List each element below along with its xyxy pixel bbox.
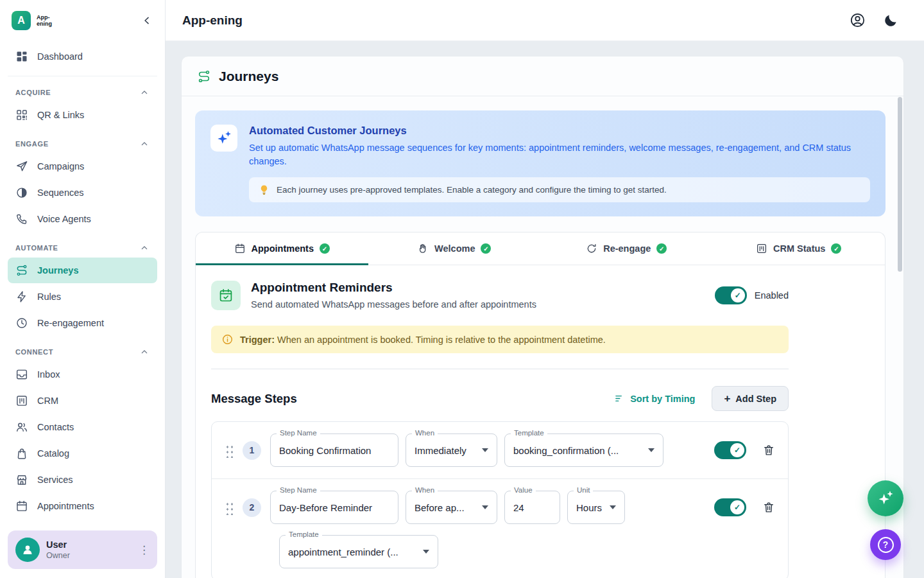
sidebar-item-label: Voice Agents [37, 214, 91, 224]
step-name-input[interactable] [279, 502, 389, 513]
template-select[interactable]: Template appointment_reminder (... [279, 535, 438, 568]
step-name-field[interactable]: Step Name [270, 434, 398, 467]
section-automate[interactable]: AUTOMATE [15, 243, 150, 253]
sidebar-item-contacts[interactable]: Contacts [8, 414, 157, 440]
value-input[interactable] [513, 502, 551, 513]
page-header: Journeys [182, 57, 903, 96]
scrollbar-thumb[interactable] [898, 97, 902, 272]
tab-appointments[interactable]: Appointments ✓ [196, 232, 368, 265]
caret-down-icon [423, 550, 429, 554]
section-engage[interactable]: ENGAGE [15, 139, 150, 149]
user-card[interactable]: User Owner ⋮ [8, 530, 157, 569]
main-column: App-ening Journeys Automated Customer [166, 0, 924, 578]
sidebar-item-label: QR & Links [37, 110, 84, 120]
sort-by-timing-button[interactable]: Sort by Timing [614, 393, 695, 404]
user-circle-icon [850, 12, 866, 28]
sidebar-item-re-engagement[interactable]: Re-engagement [8, 310, 157, 336]
sidebar-item-appointments[interactable]: Appointments [8, 493, 157, 519]
sidebar-item-dashboard[interactable]: Dashboard [8, 44, 157, 69]
page-title: Journeys [219, 69, 278, 84]
divider [211, 369, 789, 369]
sidebar-item-rules[interactable]: Rules [8, 284, 157, 310]
field-label: Step Name [277, 486, 320, 494]
info-banner: Automated Customer Journeys Set up autom… [195, 110, 886, 216]
tab-crm-status[interactable]: CRM Status ✓ [713, 232, 886, 265]
app-root: A App- ening Dashboard ACQUIRE QR & Link… [0, 0, 924, 578]
sidebar: A App- ening Dashboard ACQUIRE QR & Link… [0, 0, 166, 578]
sidebar-collapse-button[interactable] [141, 14, 153, 27]
sidebar-item-campaigns[interactable]: Campaigns [8, 153, 157, 179]
person-icon [21, 543, 35, 557]
half-circle-icon [15, 186, 28, 199]
caret-down-icon [482, 448, 488, 452]
sidebar-item-label: Re-engagement [37, 318, 104, 328]
trash-icon [762, 501, 775, 514]
unit-select[interactable]: Unit Hours [567, 491, 625, 524]
value-field[interactable]: Value [504, 491, 560, 524]
board-icon [756, 243, 767, 254]
sidebar-item-journeys[interactable]: Journeys [8, 258, 157, 283]
add-step-button[interactable]: + Add Step [712, 386, 789, 411]
sidebar-item-label: Catalog [37, 448, 69, 459]
route-icon [15, 264, 28, 277]
sparkle-icon [210, 125, 237, 152]
drag-handle-icon[interactable] [225, 500, 234, 515]
clock-icon [15, 317, 28, 329]
sidebar-item-services[interactable]: Services [8, 467, 157, 493]
logo-letter: A [17, 15, 25, 26]
sidebar-item-sequences[interactable]: Sequences [8, 180, 157, 206]
chevron-left-icon [141, 14, 153, 27]
step-row: 1 Step Name When Immediately [212, 422, 788, 478]
journey-enabled-toggle[interactable]: ✓ [715, 286, 747, 304]
section-acquire[interactable]: ACQUIRE [15, 87, 150, 98]
calendar-icon [234, 243, 246, 254]
sidebar-nav: Dashboard ACQUIRE QR & Links ENGAGE Camp… [0, 41, 165, 524]
sidebar-item-inbox[interactable]: Inbox [8, 362, 157, 387]
info-icon [221, 333, 234, 346]
sidebar-item-crm[interactable]: CRM [8, 388, 157, 414]
field-label: Template [511, 429, 547, 437]
logo-text: App- ening [37, 14, 52, 28]
trigger-text: When an appointment is booked. Timing is… [277, 335, 606, 345]
message-steps-header: Message Steps Sort by Timing + Add Step [211, 386, 789, 411]
when-select[interactable]: When Immediately [406, 434, 497, 467]
step-enabled-toggle[interactable]: ✓ [714, 498, 746, 516]
tab-re-engage[interactable]: Re-engage ✓ [540, 232, 713, 265]
delete-step-button[interactable] [762, 444, 775, 457]
sidebar-item-label: Dashboard [37, 51, 83, 62]
sidebar-item-label: Campaigns [37, 161, 84, 171]
sidebar-header: A App- ening [0, 0, 165, 41]
trigger-banner: Trigger: When an appointment is booked. … [211, 326, 789, 353]
help-fab[interactable]: ? [870, 529, 901, 560]
board-icon [15, 394, 28, 407]
sidebar-item-qr-links[interactable]: QR & Links [8, 102, 157, 128]
when-select[interactable]: When Before ap... [406, 491, 497, 524]
step-name-input[interactable] [279, 445, 389, 456]
sidebar-item-label: Rules [37, 292, 61, 302]
sidebar-item-voice-agents[interactable]: Voice Agents [8, 206, 157, 232]
section-connect[interactable]: CONNECT [15, 347, 150, 357]
field-label: Unit [574, 486, 593, 494]
avatar [15, 538, 40, 562]
account-button[interactable] [850, 12, 866, 28]
trash-icon [762, 444, 775, 457]
sidebar-item-catalog[interactable]: Catalog [8, 441, 157, 466]
section-title: Appointment Reminders [251, 281, 536, 295]
calendar-icon [15, 500, 28, 512]
drag-handle-icon[interactable] [225, 443, 234, 458]
caret-down-icon [610, 505, 616, 509]
delete-step-button[interactable] [762, 501, 775, 514]
sidebar-item-label: Journeys [37, 265, 78, 276]
chevron-up-icon [139, 243, 150, 253]
field-label: Step Name [277, 429, 320, 437]
dark-mode-button[interactable] [883, 13, 898, 28]
user-menu-button[interactable]: ⋮ [139, 543, 150, 557]
sort-icon [614, 393, 625, 404]
ai-assistant-fab[interactable] [868, 480, 903, 516]
chevron-up-icon [139, 347, 150, 357]
tab-welcome[interactable]: Welcome ✓ [368, 232, 541, 265]
step-name-field[interactable]: Step Name [270, 491, 398, 524]
check-icon: ✓ [730, 443, 744, 457]
template-select[interactable]: Template booking_confirmation (... [504, 434, 663, 467]
step-enabled-toggle[interactable]: ✓ [714, 441, 746, 459]
